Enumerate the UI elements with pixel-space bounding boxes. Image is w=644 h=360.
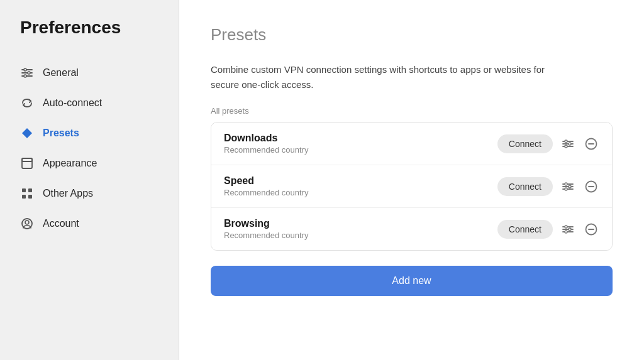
remove-icon-speed[interactable] (583, 178, 599, 195)
main-content: Presets Combine custom VPN connection se… (179, 0, 644, 360)
page-description: Combine custom VPN connection settings w… (211, 62, 575, 92)
svg-rect-9 (22, 188, 26, 192)
svg-point-14 (25, 221, 29, 224)
svg-point-19 (569, 143, 571, 145)
settings-icon-speed[interactable] (560, 179, 575, 194)
svg-point-28 (565, 188, 567, 190)
settings-icon-downloads[interactable] (560, 136, 575, 151)
svg-point-20 (565, 145, 567, 148)
sidebar-item-label-other-apps: Other Apps (43, 188, 93, 199)
svg-rect-7 (22, 158, 32, 168)
preset-actions-downloads: Connect (497, 134, 599, 153)
preset-name-downloads: Downloads (224, 133, 497, 144)
appearance-icon (20, 156, 34, 170)
presets-icon (20, 126, 34, 140)
svg-point-27 (569, 185, 571, 188)
preset-sub-speed: Recommended country (224, 188, 497, 197)
remove-icon-downloads[interactable] (583, 136, 599, 152)
preset-info-speed: Speed Recommended country (224, 175, 497, 197)
sidebar-title: Preferences (0, 18, 179, 58)
page-title: Presets (211, 25, 613, 45)
other-apps-icon (20, 187, 34, 200)
sliders-icon (20, 66, 34, 80)
svg-point-4 (28, 72, 30, 74)
svg-rect-10 (28, 188, 32, 192)
sidebar-item-other-apps[interactable]: Other Apps (0, 178, 179, 209)
preset-sub-downloads: Recommended country (224, 145, 497, 155)
sidebar-item-auto-connect[interactable]: Auto-connect (0, 88, 179, 118)
add-new-button[interactable]: Add new (211, 266, 613, 296)
sidebar-item-label-general: General (43, 67, 79, 79)
svg-point-3 (24, 68, 26, 71)
sidebar-item-presets[interactable]: Presets (0, 118, 179, 148)
preset-actions-speed: Connect (497, 177, 599, 196)
sidebar-item-label-appearance: Appearance (43, 158, 97, 169)
sidebar-item-label-auto-connect: Auto-connect (43, 97, 102, 109)
connect-button-downloads[interactable]: Connect (497, 134, 553, 153)
table-row: Speed Recommended country Connect (211, 165, 612, 208)
sidebar-item-account[interactable]: Account (0, 209, 179, 239)
svg-point-36 (565, 231, 567, 233)
svg-rect-12 (28, 195, 32, 199)
sidebar-item-label-account: Account (43, 218, 79, 229)
connect-button-speed[interactable]: Connect (497, 177, 553, 196)
svg-point-35 (569, 228, 571, 231)
preset-info-browsing: Browsing Recommended country (224, 218, 497, 240)
preset-name-speed: Speed (224, 175, 497, 187)
section-label: All presets (211, 106, 613, 116)
svg-point-26 (565, 183, 567, 185)
presets-list: Downloads Recommended country Connect (211, 122, 613, 251)
preset-info-downloads: Downloads Recommended country (224, 133, 497, 155)
auto-connect-icon (20, 96, 34, 110)
preset-actions-browsing: Connect (497, 220, 599, 239)
sidebar-item-general[interactable]: General (0, 58, 179, 88)
svg-rect-11 (22, 195, 26, 199)
svg-rect-8 (22, 158, 32, 161)
svg-point-5 (24, 75, 26, 77)
account-icon (20, 217, 34, 231)
preset-name-browsing: Browsing (224, 218, 497, 229)
preset-sub-browsing: Recommended country (224, 231, 497, 240)
svg-marker-6 (22, 128, 32, 138)
sidebar-item-label-presets: Presets (43, 128, 79, 139)
table-row: Downloads Recommended country Connect (211, 123, 612, 165)
connect-button-browsing[interactable]: Connect (497, 220, 553, 239)
sidebar: Preferences General Auto-connect (0, 0, 179, 360)
table-row: Browsing Recommended country Connect (211, 208, 612, 250)
remove-icon-browsing[interactable] (583, 221, 599, 237)
settings-icon-browsing[interactable] (560, 222, 575, 237)
sidebar-item-appearance[interactable]: Appearance (0, 148, 179, 178)
svg-point-18 (565, 140, 567, 143)
svg-point-34 (565, 226, 567, 228)
